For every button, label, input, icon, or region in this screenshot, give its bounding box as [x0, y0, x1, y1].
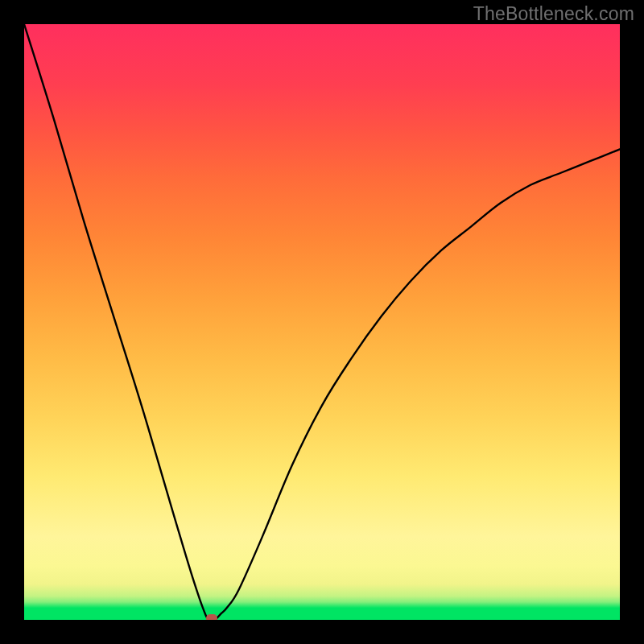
plot-area: [24, 24, 620, 620]
watermark-text: TheBottleneck.com: [473, 3, 634, 25]
chart-frame: TheBottleneck.com: [0, 0, 644, 644]
bottleneck-minimum-marker: [206, 614, 217, 620]
bottleneck-curve: [24, 24, 620, 620]
